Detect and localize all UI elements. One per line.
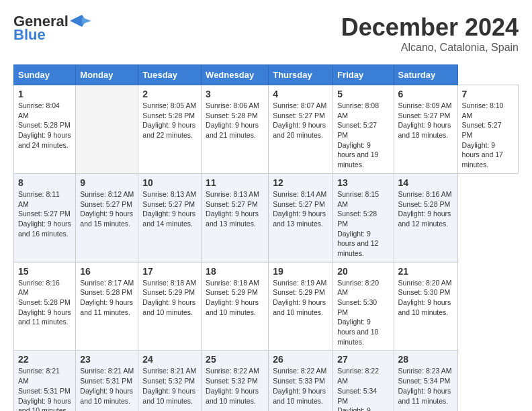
day-info: Sunrise: 8:13 AMSunset: 5:27 PMDaylight:… — [206, 189, 264, 229]
day-info: Sunrise: 8:06 AMSunset: 5:28 PMDaylight:… — [206, 101, 264, 140]
day-info: Sunrise: 8:12 AMSunset: 5:27 PMDaylight:… — [80, 189, 134, 229]
header-tuesday: Tuesday — [138, 65, 202, 85]
day-cell: 25 Sunrise: 8:22 AMSunset: 5:32 PMDaylig… — [202, 351, 269, 411]
logo: General Blue — [13, 13, 91, 43]
day-cell: 19 Sunrise: 8:19 AMSunset: 5:29 PMDaylig… — [269, 262, 333, 351]
day-number: 24 — [142, 354, 197, 365]
day-info: Sunrise: 8:18 AMSunset: 5:29 PMDaylight:… — [206, 278, 264, 318]
day-info: Sunrise: 8:20 AMSunset: 5:30 PMDaylight:… — [337, 278, 389, 347]
day-info: Sunrise: 8:07 AMSunset: 5:27 PMDaylight:… — [273, 101, 328, 140]
day-number: 6 — [398, 89, 453, 99]
day-info: Sunrise: 8:15 AMSunset: 5:28 PMDaylight:… — [337, 189, 389, 259]
day-cell: 21 Sunrise: 8:20 AMSunset: 5:30 PMDaylig… — [394, 262, 457, 351]
header-saturday: Saturday — [394, 65, 457, 85]
page-header: General Blue December 2024 Alcano, Catal… — [13, 13, 519, 54]
day-number: 9 — [80, 177, 134, 188]
day-cell: 4 Sunrise: 8:07 AMSunset: 5:27 PMDayligh… — [269, 85, 333, 174]
day-cell: 17 Sunrise: 8:18 AMSunset: 5:29 PMDaylig… — [138, 262, 202, 351]
day-cell: 8 Sunrise: 8:11 AMSunset: 5:27 PMDayligh… — [14, 173, 76, 262]
day-info: Sunrise: 8:16 AMSunset: 5:28 PMDaylight:… — [18, 278, 71, 327]
day-number: 10 — [142, 177, 197, 188]
day-cell: 18 Sunrise: 8:18 AMSunset: 5:29 PMDaylig… — [202, 262, 269, 351]
day-cell: 5 Sunrise: 8:08 AMSunset: 5:27 PMDayligh… — [333, 85, 394, 174]
day-cell: 26 Sunrise: 8:22 AMSunset: 5:33 PMDaylig… — [269, 351, 333, 411]
day-cell: 16 Sunrise: 8:17 AMSunset: 5:28 PMDaylig… — [76, 262, 138, 351]
day-cell: 27 Sunrise: 8:22 AMSunset: 5:34 PMDaylig… — [333, 351, 394, 411]
day-cell: 12 Sunrise: 8:14 AMSunset: 5:27 PMDaylig… — [269, 173, 333, 262]
day-number: 25 — [206, 354, 264, 365]
day-number: 13 — [337, 177, 389, 188]
day-number: 11 — [206, 177, 264, 188]
day-cell: 15 Sunrise: 8:16 AMSunset: 5:28 PMDaylig… — [14, 262, 76, 351]
header-friday: Friday — [333, 65, 394, 85]
location: Alcano, Catalonia, Spain — [341, 42, 519, 54]
day-cell: 20 Sunrise: 8:20 AMSunset: 5:30 PMDaylig… — [333, 262, 394, 351]
day-info: Sunrise: 8:22 AMSunset: 5:32 PMDaylight:… — [206, 366, 264, 406]
day-number: 28 — [398, 354, 453, 365]
day-info: Sunrise: 8:10 AMSunset: 5:27 PMDaylight:… — [462, 101, 514, 170]
calendar-header-row: Sunday Monday Tuesday Wednesday Thursday… — [14, 65, 519, 85]
day-number: 20 — [337, 266, 389, 277]
day-number: 22 — [18, 354, 71, 365]
day-cell: 9 Sunrise: 8:12 AMSunset: 5:27 PMDayligh… — [76, 173, 138, 262]
day-info: Sunrise: 8:23 AMSunset: 5:34 PMDaylight:… — [398, 366, 453, 406]
day-info: Sunrise: 8:21 AMSunset: 5:32 PMDaylight:… — [142, 366, 197, 406]
day-cell: 6 Sunrise: 8:09 AMSunset: 5:27 PMDayligh… — [394, 85, 457, 174]
day-number: 3 — [206, 89, 264, 99]
day-cell: 13 Sunrise: 8:15 AMSunset: 5:28 PMDaylig… — [333, 173, 394, 262]
header-wednesday: Wednesday — [202, 65, 269, 85]
logo-blue-text: Blue — [13, 27, 46, 43]
day-cell: 28 Sunrise: 8:23 AMSunset: 5:34 PMDaylig… — [394, 351, 457, 411]
day-cell: 1 Sunrise: 8:04 AMSunset: 5:28 PMDayligh… — [14, 85, 76, 174]
day-cell: 10 Sunrise: 8:13 AMSunset: 5:27 PMDaylig… — [138, 173, 202, 262]
day-number: 15 — [18, 266, 71, 277]
day-number: 5 — [337, 89, 389, 99]
day-number: 4 — [273, 89, 328, 99]
calendar-week-1: 1 Sunrise: 8:04 AMSunset: 5:28 PMDayligh… — [14, 85, 519, 174]
day-number: 14 — [398, 177, 453, 188]
day-cell: 14 Sunrise: 8:16 AMSunset: 5:28 PMDaylig… — [394, 173, 457, 262]
day-info: Sunrise: 8:04 AMSunset: 5:28 PMDaylight:… — [18, 101, 71, 150]
day-cell: 22 Sunrise: 8:21 AMSunset: 5:31 PMDaylig… — [14, 351, 76, 411]
day-info: Sunrise: 8:09 AMSunset: 5:27 PMDaylight:… — [398, 101, 453, 140]
day-info: Sunrise: 8:22 AMSunset: 5:34 PMDaylight:… — [337, 366, 389, 411]
day-number: 19 — [273, 266, 328, 277]
calendar-week-2: 8 Sunrise: 8:11 AMSunset: 5:27 PMDayligh… — [14, 173, 519, 262]
calendar-table: Sunday Monday Tuesday Wednesday Thursday… — [13, 64, 519, 411]
day-cell: 11 Sunrise: 8:13 AMSunset: 5:27 PMDaylig… — [202, 173, 269, 262]
day-number: 21 — [398, 266, 453, 277]
day-info: Sunrise: 8:17 AMSunset: 5:28 PMDaylight:… — [80, 278, 134, 318]
day-info: Sunrise: 8:20 AMSunset: 5:30 PMDaylight:… — [398, 278, 453, 318]
empty-cell — [76, 85, 138, 174]
day-info: Sunrise: 8:11 AMSunset: 5:27 PMDaylight:… — [18, 189, 71, 238]
day-cell: 23 Sunrise: 8:21 AMSunset: 5:31 PMDaylig… — [76, 351, 138, 411]
day-number: 18 — [206, 266, 264, 277]
day-number: 16 — [80, 266, 134, 277]
day-info: Sunrise: 8:05 AMSunset: 5:28 PMDaylight:… — [142, 101, 197, 140]
day-info: Sunrise: 8:08 AMSunset: 5:27 PMDaylight:… — [337, 101, 389, 170]
day-number: 2 — [142, 89, 197, 99]
day-info: Sunrise: 8:14 AMSunset: 5:27 PMDaylight:… — [273, 189, 328, 229]
svg-marker-1 — [82, 17, 91, 24]
header-monday: Monday — [76, 65, 138, 85]
header-sunday: Sunday — [14, 65, 76, 85]
day-number: 23 — [80, 354, 134, 365]
day-info: Sunrise: 8:19 AMSunset: 5:29 PMDaylight:… — [273, 278, 328, 318]
day-number: 26 — [273, 354, 328, 365]
day-cell: 7 Sunrise: 8:10 AMSunset: 5:27 PMDayligh… — [457, 85, 518, 174]
header-thursday: Thursday — [269, 65, 333, 85]
day-number: 8 — [18, 177, 71, 188]
day-number: 1 — [18, 89, 71, 99]
title-block: December 2024 Alcano, Catalonia, Spain — [341, 13, 519, 54]
day-cell: 2 Sunrise: 8:05 AMSunset: 5:28 PMDayligh… — [138, 85, 202, 174]
day-number: 17 — [142, 266, 197, 277]
day-number: 7 — [462, 89, 514, 99]
day-info: Sunrise: 8:16 AMSunset: 5:28 PMDaylight:… — [398, 189, 453, 229]
day-info: Sunrise: 8:18 AMSunset: 5:29 PMDaylight:… — [142, 278, 197, 318]
day-info: Sunrise: 8:13 AMSunset: 5:27 PMDaylight:… — [142, 189, 197, 229]
calendar-week-4: 22 Sunrise: 8:21 AMSunset: 5:31 PMDaylig… — [14, 351, 519, 411]
logo-plane-icon — [70, 15, 91, 27]
calendar-week-3: 15 Sunrise: 8:16 AMSunset: 5:28 PMDaylig… — [14, 262, 519, 351]
month-title: December 2024 — [341, 13, 519, 42]
day-cell: 24 Sunrise: 8:21 AMSunset: 5:32 PMDaylig… — [138, 351, 202, 411]
